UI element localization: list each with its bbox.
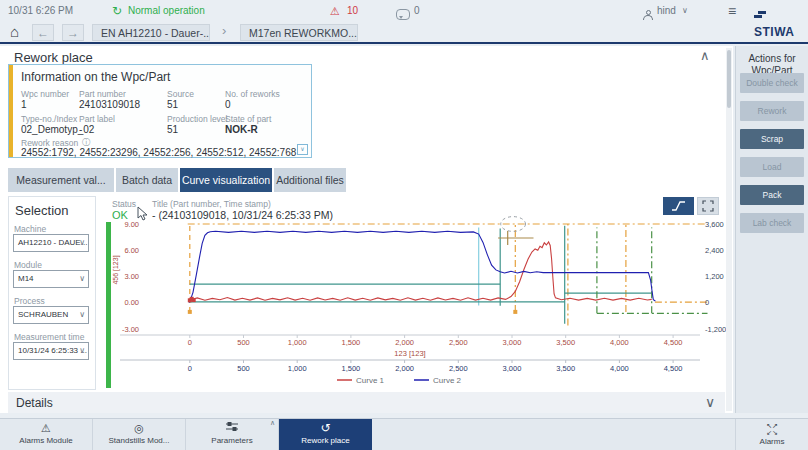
tab-curve-visualization[interactable]: Curve visualization <box>180 168 272 192</box>
svg-text:Curve 1: Curve 1 <box>356 376 385 385</box>
card-accent-bar <box>9 65 13 157</box>
chevron-down-icon: ∨ <box>79 271 85 287</box>
rework-button[interactable]: Rework <box>740 101 804 121</box>
info-card-title: Information on the Wpc/Part <box>21 70 170 84</box>
undo-arrow-icon: ↺ <box>279 421 372 436</box>
details-chevron-icon[interactable]: ∨ <box>705 394 715 410</box>
alarm-warning-icon[interactable]: ⚠ <box>330 0 340 22</box>
taskbar-item-rework-place[interactable]: ↺ Rework place <box>279 419 372 450</box>
svg-text:500: 500 <box>237 364 250 373</box>
bottom-taskbar: ⚠ Alarms Module ◎ Standstills Mod... Par… <box>0 418 808 450</box>
svg-text:4,500: 4,500 <box>664 338 683 347</box>
svg-text:456 [123]: 456 [123] <box>112 255 120 284</box>
machine-label: Machine <box>14 224 46 234</box>
svg-text:3,000: 3,000 <box>503 364 522 373</box>
lab-check-button[interactable]: Lab check <box>740 213 804 233</box>
svg-text:2,000: 2,000 <box>395 364 414 373</box>
field-label: Part number <box>79 89 126 99</box>
mouse-cursor <box>137 206 148 221</box>
svg-text:6.00: 6.00 <box>124 246 139 255</box>
app-window: 10/31 6:26 PM ↻ Normal operation ⚠ 10 0 … <box>0 0 808 450</box>
taskbar-item-parameters[interactable]: Parameters ∧ <box>186 419 279 450</box>
user-menu-label[interactable]: hind <box>657 0 676 22</box>
home-icon[interactable]: ⌂ <box>10 22 19 42</box>
curve-chart: 005005001,0001,0001,5001,5002,0002,0002,… <box>112 210 732 390</box>
nav-back-icon[interactable]: ← <box>32 24 54 41</box>
arrows-out-icon: ↖↗↙↘ <box>736 422 808 437</box>
svg-text:4,500: 4,500 <box>664 364 683 373</box>
svg-text:3,000: 3,000 <box>503 338 522 347</box>
taskbar-item-alarms-module[interactable]: ⚠ Alarms Module <box>0 419 93 450</box>
card-corner-expand-icon[interactable]: ∨ <box>297 144 308 155</box>
comment-count-badge[interactable]: 0 <box>414 0 420 22</box>
breadcrumb-separator-icon: › <box>222 23 226 38</box>
alarm-count-badge[interactable]: 10 <box>347 0 358 22</box>
selection-panel: Selection Machine AH12210 - DAUE...∨ Mod… <box>8 196 96 390</box>
svg-text:0: 0 <box>188 364 192 373</box>
field-value: 51 <box>167 99 178 110</box>
module-label: Module <box>14 260 42 270</box>
module-select[interactable]: M14∨ <box>13 270 89 288</box>
chevron-down-icon: ∨ <box>79 235 85 251</box>
chevron-down-icon: ∨ <box>79 343 85 359</box>
pack-button[interactable]: Pack <box>740 185 804 205</box>
chevron-down-icon: ∨ <box>79 307 85 323</box>
svg-text:-3.00: -3.00 <box>122 325 139 334</box>
svg-text:3,600: 3,600 <box>705 220 724 229</box>
breadcrumb-module[interactable]: M17en REWORKMO... <box>240 24 358 41</box>
warning-triangle-icon: ⚠ <box>0 421 92 436</box>
status-indicator-bar <box>106 222 111 388</box>
field-value: 02_Demotyp_02 <box>21 124 94 135</box>
scrollbar-thumb[interactable] <box>727 50 731 108</box>
nav-bar: ⌂ ← → EN AH12210 - Dauer-... › M17en REW… <box>0 22 808 44</box>
field-label: Wpc number <box>21 89 69 99</box>
user-icon[interactable] <box>643 5 653 23</box>
clock: 10/31 6:26 PM <box>8 0 73 22</box>
load-button[interactable]: Load <box>740 157 804 177</box>
svg-text:4,000: 4,000 <box>610 364 629 373</box>
taskbar-item-standstills-module[interactable]: ◎ Standstills Mod... <box>93 419 186 450</box>
svg-text:2,000: 2,000 <box>395 338 414 347</box>
field-label: State of part <box>225 114 271 124</box>
tab-measurement-values[interactable]: Measurement val... <box>8 168 114 192</box>
breadcrumb-machine[interactable]: EN AH12210 - Dauer-... <box>92 24 210 41</box>
svg-text:2,500: 2,500 <box>449 364 468 373</box>
field-value: 51 <box>167 124 178 135</box>
field-label: Type-no./Index <box>21 114 77 124</box>
tab-additional-files[interactable]: Additional files <box>274 168 346 192</box>
parameters-chevron-up-icon[interactable]: ∧ <box>270 419 275 427</box>
process-select[interactable]: SCHRAUBEN∨ <box>13 306 89 324</box>
scrap-button[interactable]: Scrap <box>740 129 804 149</box>
wpc-info-card: Information on the Wpc/Part Wpc number P… <box>8 64 312 158</box>
taskbar-item-alarms[interactable]: ↖↗↙↘ Alarms <box>735 419 808 450</box>
svg-text:2,500: 2,500 <box>449 338 468 347</box>
nav-forward-icon[interactable]: → <box>62 24 84 41</box>
field-label: Source <box>167 89 194 99</box>
field-label: Part label <box>79 114 115 124</box>
user-menu-chevron-icon[interactable]: ∨ <box>682 0 688 22</box>
field-label: Production level <box>167 114 227 124</box>
state-of-part-value: NOK-R <box>225 124 258 135</box>
hamburger-menu-icon[interactable]: ≡ <box>728 0 736 22</box>
measurement-time-select[interactable]: 10/31/24 6:25:33 ...∨ <box>13 342 89 360</box>
top-status-bar: 10/31 6:26 PM ↻ Normal operation ⚠ 10 0 … <box>0 0 808 22</box>
details-bar[interactable]: Details ∨ <box>8 392 725 413</box>
svg-text:Curve 2: Curve 2 <box>433 376 462 385</box>
svg-text:3.00: 3.00 <box>124 272 139 281</box>
machine-select[interactable]: AH12210 - DAUE...∨ <box>13 234 89 252</box>
chart-status-label: Status <box>112 199 136 209</box>
field-label: No. of reworks <box>225 89 280 99</box>
svg-text:1,000: 1,000 <box>288 364 307 373</box>
panel-collapse-icon[interactable]: ∧ <box>700 48 710 63</box>
chart-title-label: Title (Part number, Time stamp) <box>152 199 271 209</box>
tab-batch-data[interactable]: Batch data <box>116 168 178 192</box>
field-value: 1 <box>21 99 27 110</box>
details-label: Details <box>16 396 53 410</box>
actions-sidebar: Actions for Wpc/Part Double check Rework… <box>735 46 808 413</box>
measurement-time-label: Measurement time <box>14 332 84 342</box>
svg-text:500: 500 <box>237 338 250 347</box>
double-check-button[interactable]: Double check <box>740 73 804 93</box>
sliders-icon <box>186 421 278 436</box>
comment-bubble-icon[interactable] <box>396 4 410 22</box>
selection-title: Selection <box>15 203 68 218</box>
